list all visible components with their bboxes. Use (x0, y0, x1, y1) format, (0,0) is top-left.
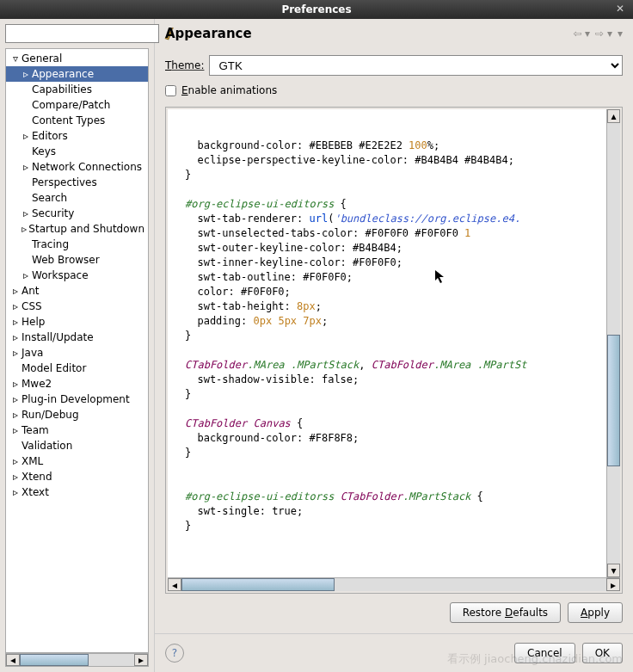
scroll-up-icon[interactable]: ▴ (607, 109, 620, 123)
ed-hscroll-thumb[interactable] (181, 578, 335, 591)
chevron-down-icon[interactable]: ▿ (11, 52, 20, 65)
window-close-icon[interactable]: ✕ (616, 3, 628, 15)
code-line (185, 460, 606, 475)
tree-item[interactable]: ▹Security (6, 206, 148, 221)
editor-vscrollbar[interactable]: ▴ ▾ (606, 109, 620, 577)
tree-item[interactable]: ▹Keys (6, 144, 148, 159)
tree-item[interactable]: ▹Help (6, 314, 148, 330)
tree-item[interactable]: ▹Compare/Patch (6, 97, 148, 113)
tree-item[interactable]: ▹Startup and Shutdown (6, 221, 148, 237)
code-line: swt-inner-keyline-color: #F0F0F0; (185, 256, 606, 270)
code-area[interactable]: background-color: #EBEBEB #E2E2E2 100%; … (185, 109, 606, 577)
tree-item[interactable]: ▹Plug-in Development (6, 391, 148, 407)
restore-defaults-button[interactable]: Restore Defaults (450, 602, 561, 623)
chevron-right-icon[interactable]: ▹ (11, 378, 20, 390)
vscroll-thumb[interactable] (607, 335, 620, 467)
page-title: Appearance (165, 26, 566, 41)
tree-item-label: Help (22, 316, 45, 328)
code-line: } (185, 329, 606, 343)
chevron-right-icon[interactable]: ▹ (11, 285, 20, 297)
tree-item-label: Run/Debug (22, 409, 79, 421)
filter-input[interactable] (5, 24, 159, 43)
tree-item[interactable]: ▹Appearance (6, 66, 148, 82)
tree-item[interactable]: ▹Web Browser (6, 252, 148, 268)
tree-item[interactable]: ▹Content Types (6, 113, 148, 128)
tree-item-label: Search (32, 192, 67, 204)
tree-item-label: Appearance (32, 68, 94, 80)
chevron-right-icon[interactable]: ▹ (22, 207, 30, 219)
code-line: ⊖#org-eclipse-ui-editorss CTabFolder.MPa… (185, 490, 606, 504)
tree-item-label: Install/Update (22, 331, 94, 343)
tree-item[interactable]: ▹Capabilities (6, 82, 148, 97)
tree-item[interactable]: ▹Xtext (6, 484, 148, 500)
chevron-right-icon[interactable]: ▹ (22, 269, 30, 281)
chevron-right-icon[interactable]: ▹ (11, 393, 20, 405)
code-line: eclipse-perspective-keyline-color: #B4B4… (185, 153, 606, 168)
tree-item[interactable]: ▹Xtend (6, 469, 148, 484)
tree-item-label: Content Types (32, 114, 105, 126)
tree-item[interactable]: ▹Model Editor (6, 361, 148, 376)
ok-button[interactable]: OK (582, 643, 623, 663)
tree-item-label: Editors (32, 130, 68, 142)
chevron-right-icon[interactable]: ▹ (11, 347, 20, 359)
tree-item[interactable]: ▹Search (6, 190, 148, 206)
tree-item[interactable]: ▹XML (6, 453, 148, 469)
tree-item[interactable]: ▹Perspectives (6, 175, 148, 190)
cancel-button[interactable]: Cancel (514, 643, 575, 663)
tree-item-label: Security (32, 207, 74, 219)
tree-item[interactable]: ▹Mwe2 (6, 376, 148, 391)
scroll-right-icon[interactable]: ▸ (134, 654, 148, 666)
scroll-down-icon[interactable]: ▾ (607, 564, 620, 577)
tree-item-label: Ant (22, 285, 40, 297)
chevron-right-icon[interactable]: ▹ (11, 331, 20, 343)
chevron-right-icon[interactable]: ▹ (11, 424, 20, 436)
tree-item[interactable]: ▹Run/Debug (6, 407, 148, 422)
tree-item-label: Keys (32, 145, 56, 157)
window-title: Preferences (281, 3, 351, 15)
nav-forward-icon[interactable]: ⇨ ▾ (595, 28, 612, 40)
scroll-left-icon[interactable]: ◂ (168, 578, 181, 591)
help-icon[interactable]: ? (165, 644, 184, 663)
preferences-tree[interactable]: ▿General▹Appearance▹Capabilities▹Compare… (5, 48, 149, 653)
chevron-right-icon[interactable]: ▹ (22, 161, 30, 173)
chevron-right-icon[interactable]: ▹ (11, 316, 20, 328)
tree-item[interactable]: ▹Java (6, 345, 148, 361)
tree-item[interactable]: ▹Install/Update (6, 330, 148, 345)
code-line: swt-unselected-tabs-color: #F0F0F0 #F0F0… (185, 226, 606, 241)
code-line: background-color: #EBEBEB #E2E2E2 100%; (185, 139, 606, 153)
chevron-right-icon[interactable]: ▹ (22, 68, 30, 80)
chevron-right-icon[interactable]: ▹ (11, 471, 20, 483)
chevron-right-icon[interactable]: ▹ (11, 455, 20, 467)
enable-animations-checkbox[interactable] (165, 85, 176, 96)
theme-select[interactable]: GTK (209, 55, 623, 76)
tree-item[interactable]: ▹Tracing (6, 237, 148, 252)
nav-menu-icon[interactable]: ▾ (618, 28, 623, 40)
nav-back-icon[interactable]: ⇦ ▾ (573, 28, 590, 40)
code-line: padding: 0px 5px 7px; (185, 314, 606, 329)
tree-item[interactable]: ▿General (6, 51, 148, 66)
tree-item[interactable]: ▹Ant (6, 283, 148, 299)
tree-item[interactable]: ▹CSS (6, 299, 148, 314)
editor-hscrollbar[interactable]: ◂ ▸ (168, 577, 620, 591)
code-line: swt-tab-renderer: url('bundleclass://org… (185, 212, 606, 226)
tree-item[interactable]: ▹Workspace (6, 268, 148, 283)
cursor-icon (434, 269, 446, 285)
tree-item-label: Plug-in Development (22, 393, 130, 405)
apply-button[interactable]: Apply (568, 602, 623, 623)
tree-item[interactable]: ▹Team (6, 422, 148, 438)
tree-hscrollbar[interactable]: ◂ ▸ (5, 653, 149, 667)
hscroll-thumb[interactable] (20, 654, 89, 666)
chevron-right-icon[interactable]: ▹ (11, 409, 20, 421)
tree-item[interactable]: ▹Editors (6, 128, 148, 144)
tree-item[interactable]: ▹Network Connections (6, 159, 148, 175)
scroll-left-icon[interactable]: ◂ (6, 654, 20, 666)
chevron-right-icon[interactable]: ▹ (11, 486, 20, 498)
tree-item[interactable]: ▹Validation (6, 438, 148, 453)
chevron-right-icon[interactable]: ▹ (22, 223, 27, 235)
scroll-right-icon[interactable]: ▸ (606, 578, 620, 591)
left-panel: ▿General▹Appearance▹Capabilities▹Compare… (0, 19, 155, 672)
code-line: color: #F0F0F0; (185, 285, 606, 299)
chevron-right-icon[interactable]: ▹ (22, 130, 30, 142)
chevron-right-icon[interactable]: ▹ (11, 300, 20, 312)
tree-item-label: XML (22, 455, 43, 467)
